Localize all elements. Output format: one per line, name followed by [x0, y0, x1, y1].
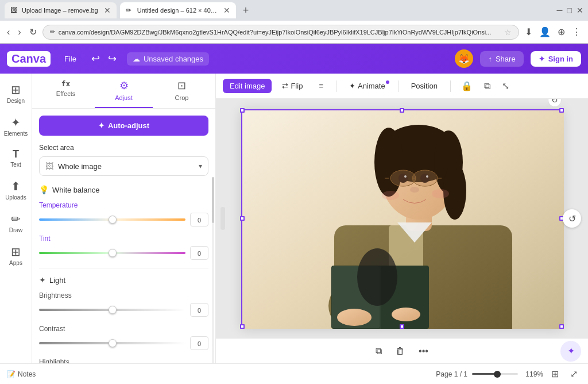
- contrast-value[interactable]: 0: [190, 336, 208, 350]
- sidebar-item-draw[interactable]: ✏ Draw: [2, 208, 30, 238]
- copy-button[interactable]: ⧉: [481, 78, 494, 94]
- menu-icon[interactable]: ⋮: [570, 25, 583, 39]
- handle-middle-bottom[interactable]: [400, 324, 404, 329]
- edit-image-button[interactable]: Edit image: [223, 79, 272, 93]
- delete-icon: 🗑: [396, 346, 405, 356]
- footer: 📝 Notes Page 1 / 1 119% ⊞ ⤢: [0, 363, 588, 384]
- extensions-icon[interactable]: ⊕: [555, 25, 567, 39]
- effects-tab-label: Effects: [56, 90, 75, 97]
- design-icon: ⊞: [11, 83, 21, 97]
- canvas-rotate-button[interactable]: ↺: [563, 209, 581, 228]
- fullscreen-button[interactable]: ⤢: [567, 367, 581, 381]
- handle-bottom-left[interactable]: [240, 324, 245, 329]
- animate-button[interactable]: ✦ Animate: [343, 79, 391, 93]
- layout-icon-button[interactable]: ≡: [313, 79, 329, 93]
- canvas-area: Edit image ⇄ Flip ≡ ✦ Animate Position: [216, 74, 588, 363]
- brightness-value[interactable]: 0: [190, 303, 208, 317]
- text-label: Text: [10, 162, 21, 168]
- sidebar-item-elements[interactable]: ✦ Elements: [2, 111, 30, 141]
- canvas-more-button[interactable]: •••: [414, 343, 433, 360]
- tint-slider[interactable]: [39, 252, 185, 254]
- file-menu-button[interactable]: File: [60, 52, 81, 66]
- signin-button[interactable]: ✦ Sign in: [531, 51, 581, 67]
- profile-icon[interactable]: 👤: [537, 25, 553, 39]
- browser-nav: ‹ › ↻ ✏ canva.com/design/DAGM92DZBwg/JBk…: [0, 21, 588, 44]
- tint-slider-section: Tint 0: [39, 235, 208, 260]
- select-area-dropdown[interactable]: 🖼 Whole image ▾: [39, 156, 208, 176]
- sidebar-item-text[interactable]: T Text: [2, 144, 30, 172]
- draw-label: Draw: [9, 227, 22, 233]
- scrollbar-thumb[interactable]: [212, 177, 214, 223]
- canvas-toolbar: Edit image ⇄ Flip ≡ ✦ Animate Position: [216, 74, 588, 99]
- layout-icon: ≡: [319, 82, 323, 90]
- zoom-track[interactable]: [472, 373, 518, 375]
- tab1-close-icon[interactable]: ✕: [104, 6, 111, 15]
- handle-middle-top[interactable]: [400, 108, 404, 113]
- redo-button[interactable]: ↪: [105, 50, 120, 67]
- lock-button[interactable]: 🔒: [458, 78, 476, 94]
- rotate-handle[interactable]: ↻: [548, 99, 562, 107]
- notes-button[interactable]: 📝 Notes: [7, 370, 36, 378]
- new-tab-button[interactable]: +: [239, 3, 253, 18]
- sidebar-item-uploads[interactable]: ⬆ Uploads: [2, 175, 30, 205]
- minimize-icon[interactable]: ─: [557, 6, 563, 15]
- temperature-slider[interactable]: [39, 218, 185, 221]
- handle-middle-left[interactable]: [240, 216, 245, 221]
- sidebar-item-apps[interactable]: ⊞ Apps: [2, 240, 30, 271]
- brightness-thumb[interactable]: [109, 306, 117, 314]
- apps-label: Apps: [9, 260, 22, 266]
- grid-view-button[interactable]: ⊞: [548, 367, 562, 381]
- sidebar-item-design[interactable]: ⊞ Design: [2, 78, 30, 109]
- handle-bottom-right[interactable]: [559, 324, 564, 329]
- forward-button[interactable]: ›: [16, 26, 23, 39]
- tab2-close-icon[interactable]: ✕: [223, 6, 230, 15]
- temperature-thumb[interactable]: [109, 216, 117, 224]
- tab-crop[interactable]: ⊡ Crop: [153, 74, 211, 108]
- undo-button[interactable]: ↩: [88, 50, 103, 67]
- temperature-value[interactable]: 0: [190, 213, 208, 226]
- expand-button[interactable]: ⤡: [498, 78, 513, 94]
- close-window-icon[interactable]: ✕: [577, 6, 583, 15]
- canvas-frame[interactable]: ↻: [241, 109, 563, 328]
- share-icon: ↑: [488, 55, 492, 63]
- flip-button[interactable]: ⇄ Flip: [276, 79, 308, 93]
- contrast-thumb[interactable]: [109, 339, 117, 347]
- browser-tab-1[interactable]: 🖼 Upload Image – remove.bg ✕: [5, 2, 117, 18]
- tab-effects[interactable]: fx Effects: [37, 74, 95, 108]
- browser-tab-2[interactable]: ✏ Untitled design – 612 × 408px ✕: [120, 2, 236, 18]
- canva-logo: Canva: [7, 51, 51, 67]
- magic-button[interactable]: ✦: [560, 341, 581, 362]
- position-button[interactable]: Position: [405, 79, 443, 93]
- canvas-content: ↻ ↺: [216, 99, 588, 338]
- select-area-label: Select area: [39, 144, 208, 152]
- toolbar-divider-3: [450, 80, 451, 92]
- svg-point-8: [337, 309, 372, 326]
- back-button[interactable]: ‹: [5, 26, 12, 39]
- download-icon[interactable]: ⬇: [523, 25, 535, 39]
- scrollbar-track[interactable]: [212, 177, 214, 363]
- maximize-icon[interactable]: □: [567, 6, 572, 15]
- canvas-right-tools: ↺: [563, 209, 581, 228]
- reload-button[interactable]: ↻: [27, 25, 39, 39]
- elements-icon: ✦: [11, 116, 21, 129]
- app-header: Canva File ↩ ↪ ☁ Unsaved changes 🦊 ↑ Sha…: [0, 44, 588, 74]
- share-label: Share: [496, 55, 516, 63]
- tint-value[interactable]: 0: [190, 246, 208, 260]
- tint-thumb[interactable]: [109, 249, 117, 257]
- brightness-slider[interactable]: [39, 309, 185, 311]
- white-balance-icon: 💡: [39, 185, 49, 194]
- handle-top-left[interactable]: [240, 108, 245, 113]
- auto-adjust-button[interactable]: ✦ Auto-adjust: [39, 116, 208, 136]
- address-bar[interactable]: ✏ canva.com/design/DAGM92DZBwg/JBkM6qxno…: [42, 25, 519, 40]
- bookmark-icon[interactable]: ☆: [504, 28, 512, 37]
- tab-adjust[interactable]: ⚙ Adjust: [95, 74, 153, 108]
- zoom-thumb[interactable]: [494, 371, 501, 378]
- share-button[interactable]: ↑ Share: [480, 51, 523, 67]
- canvas-duplicate-button[interactable]: ⧉: [371, 343, 386, 360]
- handle-top-right[interactable]: [559, 108, 564, 113]
- canvas-delete-button[interactable]: 🗑: [391, 343, 409, 360]
- zoom-bar: [472, 373, 518, 375]
- user-avatar[interactable]: 🦊: [455, 49, 473, 68]
- contrast-slider[interactable]: [39, 342, 185, 344]
- canvas-left-handle[interactable]: [220, 207, 225, 230]
